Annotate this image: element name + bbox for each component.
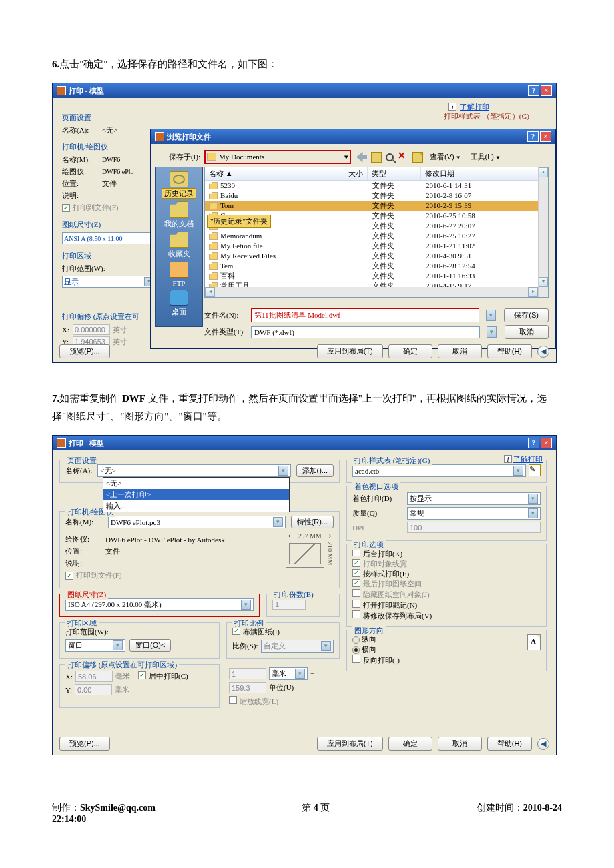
name-m-select[interactable]: DWF6 ePlot.pc3▾ <box>108 516 286 528</box>
file-row[interactable]: My Received Files文件夹2010-4-30 9:51 <box>205 251 548 261</box>
save-button[interactable]: 保存(S) <box>504 308 549 322</box>
landscape-radio[interactable] <box>352 646 360 654</box>
direction-group: 图形方向 纵向 横向 反向打印(-) <box>346 630 547 671</box>
style-select[interactable]: acad.ctb▾ <box>352 464 526 477</box>
print-range-select[interactable]: 窗口▾ <box>65 639 125 652</box>
print-range-select[interactable]: 显示▾ <box>62 276 156 288</box>
opt-input[interactable]: 输入... <box>103 500 289 512</box>
delete-icon[interactable]: ✕ <box>398 152 408 163</box>
chevron-down-icon: ▼ <box>495 155 501 161</box>
help-icon[interactable]: ? <box>528 85 539 96</box>
file-row[interactable]: 5230文件夹2010-6-1 14:31 <box>205 181 548 191</box>
scrollbar-vertical[interactable]: ▴ ▾ <box>538 167 548 297</box>
reverse-check[interactable] <box>352 655 360 663</box>
name-a-label: 名称(A): <box>65 466 92 476</box>
print-dialog-titlebar[interactable]: 打印 - 模型 ? × <box>53 436 556 450</box>
center-check[interactable] <box>138 671 146 679</box>
ok-button[interactable]: 确定 <box>388 344 432 358</box>
close-icon[interactable]: × <box>540 131 551 142</box>
place-documents[interactable]: 我的文档 <box>164 201 194 229</box>
place-favorites[interactable]: 收藏夹 <box>168 232 190 259</box>
quality-select[interactable]: 常规▾ <box>407 507 541 520</box>
file-list[interactable]: 名称 ▲ 大小 类型 修改日期 5230文件夹2010-6-1 14:31Bai… <box>204 167 549 298</box>
add-button[interactable]: 添加()... <box>296 464 334 477</box>
cancel-button[interactable]: 取消 <box>438 737 482 751</box>
place-history[interactable]: 历史记录 <box>162 171 196 199</box>
expand-icon[interactable]: ◀ <box>537 346 549 358</box>
chevron-down-icon[interactable]: ▾ <box>487 326 497 338</box>
apply-layout-button[interactable]: 应用到布局(T) <box>317 344 383 358</box>
x-input[interactable] <box>75 671 113 682</box>
scrollbar-horizontal[interactable]: ◂ ▸ <box>205 287 538 297</box>
x-input[interactable] <box>73 324 110 335</box>
filename-input[interactable]: 第11批图纸清单-Model.dwf <box>251 308 479 322</box>
close-icon[interactable]: × <box>541 438 552 448</box>
folder-icon <box>209 182 218 189</box>
print-dialog-titlebar[interactable]: 打印 - 模型 ? × <box>53 83 556 98</box>
help-button[interactable]: 帮助(H) <box>487 344 532 358</box>
portrait-radio[interactable] <box>352 636 360 644</box>
scroll-left-icon[interactable]: ◂ <box>205 287 215 297</box>
name-a-dropdown[interactable]: <无> <上一次打印> 输入... <box>103 477 290 512</box>
chevron-down-icon[interactable]: ▾ <box>486 310 496 321</box>
instruction-7: 7.如需重复制作 DWF 文件，重复打印动作，然后在页面设置里面选择"上一次打印… <box>52 390 562 426</box>
style-check[interactable] <box>352 569 360 577</box>
name-a-select[interactable]: <无>▾ <box>97 464 290 477</box>
paper-size-select[interactable]: ISO A4 (297.00 x 210.00 毫米)▾ <box>65 598 254 611</box>
stamp-check[interactable] <box>352 600 360 608</box>
filetype-label: 文件类型(T): <box>204 327 251 337</box>
paper-size-select[interactable]: ANSI A (8.50 x 11.00 <box>62 232 156 244</box>
view-menu[interactable]: 查看(V)▼ <box>427 151 464 163</box>
file-row[interactable]: Tem文件夹2010-6-28 12:54 <box>205 261 548 271</box>
close-icon[interactable]: × <box>541 85 552 96</box>
unit-select[interactable]: 毫米▾ <box>269 667 308 680</box>
cancel-button[interactable]: 取消 <box>438 344 482 358</box>
help-icon[interactable]: ? <box>527 131 539 142</box>
cancel-button[interactable]: 取消 <box>505 325 549 339</box>
properties-button[interactable]: 特性(R)... <box>291 516 334 528</box>
edit-style-icon[interactable]: ✎ <box>529 464 541 476</box>
new-folder-icon[interactable] <box>412 152 423 163</box>
place-ftp[interactable]: FTP <box>170 262 188 287</box>
ok-button[interactable]: 确定 <box>388 737 432 751</box>
preview-button[interactable]: 预览(P)... <box>59 737 110 751</box>
print-to-file-check <box>65 572 73 580</box>
scale-group: 打印比例 布满图纸(I) 比例(S): 自定义▾ <box>226 622 340 659</box>
window-button[interactable]: 窗口(O)< <box>129 639 171 652</box>
filelist-header[interactable]: 名称 ▲ 大小 类型 修改日期 <box>205 167 548 181</box>
desc-label: 说明: <box>62 191 102 201</box>
shade-select[interactable]: 按显示▾ <box>407 492 541 505</box>
tools-menu[interactable]: 工具(L)▼ <box>468 151 503 163</box>
file-row[interactable]: 百科文件夹2010-1-11 16:33 <box>205 271 548 281</box>
up-folder-icon[interactable] <box>371 152 382 163</box>
folder-icon <box>209 232 218 240</box>
file-row[interactable]: Tom文件夹2010-2-9 15:39 <box>205 201 548 211</box>
file-row[interactable]: Baidu文件夹2010-2-8 16:07 <box>205 191 548 201</box>
help-icon[interactable]: ? <box>528 438 539 448</box>
y-input[interactable] <box>75 684 112 695</box>
help-button[interactable]: 帮助(H) <box>487 737 532 751</box>
filetype-select[interactable]: DWF (*.dwf) <box>251 326 480 338</box>
apply-layout-button[interactable]: 应用到布局(T) <box>317 737 383 751</box>
collapse-icon[interactable]: ◀ <box>537 738 549 750</box>
file-row[interactable]: Memorandum文件夹2010-6-25 10:27 <box>205 231 548 241</box>
savechg-check[interactable] <box>352 610 360 618</box>
preview-button[interactable]: 预览(P)... <box>59 344 110 358</box>
paper-size-group: 图纸尺寸(Z) <box>62 220 156 230</box>
scroll-down-icon[interactable]: ▾ <box>539 277 548 287</box>
scroll-right-icon[interactable]: ▸ <box>528 287 538 297</box>
save-in-select[interactable]: My Documents ▾ <box>204 150 351 164</box>
place-desktop[interactable]: 桌面 <box>170 290 188 317</box>
opt-none[interactable]: <无> <box>103 478 289 489</box>
file-row[interactable]: My Fetion file文件夹2010-1-21 11:02 <box>205 241 548 251</box>
opt-last-print[interactable]: <上一次打印> <box>103 489 289 500</box>
printer-group: 打印机/绘图仪 <box>62 142 156 152</box>
scroll-up-icon[interactable]: ▴ <box>539 167 548 177</box>
search-icon[interactable] <box>386 153 394 161</box>
back-icon[interactable] <box>356 152 367 163</box>
browse-titlebar[interactable]: 浏览打印文件 ? × <box>151 129 555 144</box>
learn-print-link[interactable]: i 了解打印 <box>448 102 489 112</box>
chevron-down-icon: ▾ <box>241 600 251 610</box>
copies-input[interactable] <box>272 598 306 610</box>
copies-group: 打印份数(B) <box>266 594 340 617</box>
